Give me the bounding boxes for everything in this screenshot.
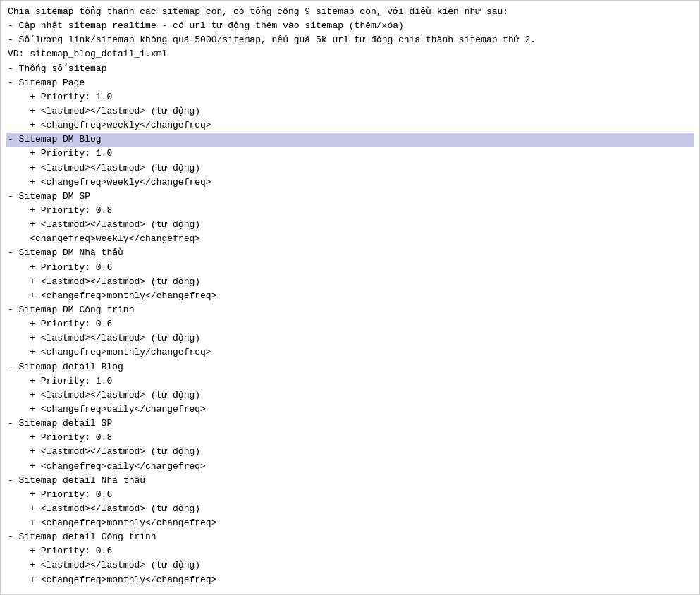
text-line-31: + <lastmod></lastmod> (tự động): [6, 445, 694, 459]
text-line-38: + Priority: 0.6: [6, 544, 694, 558]
text-line-32: + <changefreq>daily</changefreq>: [6, 460, 694, 474]
text-line-35: + <lastmod></lastmod> (tự động): [6, 502, 694, 516]
text-line-26: + Priority: 1.0: [6, 374, 694, 388]
text-line-37: - Sitemap detail Công trình: [6, 530, 694, 544]
text-line-25: - Sitemap detail Blog: [6, 360, 694, 374]
text-line-40: + <changefreq>monthly</changefreq>: [6, 573, 694, 587]
text-line-22: + Priority: 0.6: [6, 317, 694, 331]
text-line-9: - Sitemap DM Blog: [6, 133, 694, 147]
text-line-5: - Sitemap Page: [6, 76, 694, 90]
text-line-23: + <lastmod></lastmod> (tự động): [6, 331, 694, 345]
text-line-39: + <lastmod></lastmod> (tự động): [6, 558, 694, 572]
text-line-1: - Cập nhật sitemap realtime - có url tự …: [6, 19, 694, 33]
text-line-10: + Priority: 1.0: [6, 147, 694, 161]
text-line-30: + Priority: 0.8: [6, 431, 694, 445]
text-line-4: - Thống số sitemap: [6, 62, 694, 76]
text-line-16: <changefreq>weekly</changefreq>: [6, 232, 694, 246]
text-line-6: + Priority: 1.0: [6, 90, 694, 104]
text-line-28: + <changefreq>daily</changefreq>: [6, 403, 694, 417]
text-line-13: - Sitemap DM SP: [6, 190, 694, 204]
text-line-8: + <changefreq>weekly</changefreq>: [6, 118, 694, 133]
text-line-2: - Số lượng link/sitemap không quá 5000/s…: [6, 33, 694, 47]
text-line-18: + Priority: 0.6: [6, 261, 694, 275]
content-block: Chia sitemap tổng thành các sitemap con,…: [6, 5, 694, 587]
text-line-19: + <lastmod></lastmod> (tự động): [6, 275, 694, 289]
main-container: Chia sitemap tổng thành các sitemap con,…: [0, 0, 700, 595]
text-line-20: + <changefreq>monthly</changefreq>: [6, 289, 694, 303]
text-line-34: + Priority: 0.6: [6, 488, 694, 502]
text-line-11: + <lastmod></lastmod> (tự động): [6, 161, 694, 176]
text-line-27: + <lastmod></lastmod> (tự động): [6, 388, 694, 403]
text-line-29: - Sitemap detail SP: [6, 417, 694, 431]
text-line-15: + <lastmod></lastmod> (tự động): [6, 218, 694, 232]
text-line-7: + <lastmod></lastmod> (tự động): [6, 104, 694, 118]
text-line-36: + <changefreq>monthly</changefreq>: [6, 516, 694, 530]
text-line-21: - Sitemap DM Công trình: [6, 303, 694, 317]
text-line-33: - Sitemap detail Nhà thầu: [6, 474, 694, 488]
text-line-17: - Sitemap DM Nhà thầu: [6, 246, 694, 260]
text-line-24: + <changefreq>monthly/changefreq>: [6, 345, 694, 360]
text-line-0: Chia sitemap tổng thành các sitemap con,…: [6, 5, 694, 19]
text-line-3: VD: sitemap_blog_detail_1.xml: [6, 47, 694, 61]
text-line-14: + Priority: 0.8: [6, 204, 694, 218]
text-line-12: + <changefreq>weekly</changefreq>: [6, 176, 694, 190]
